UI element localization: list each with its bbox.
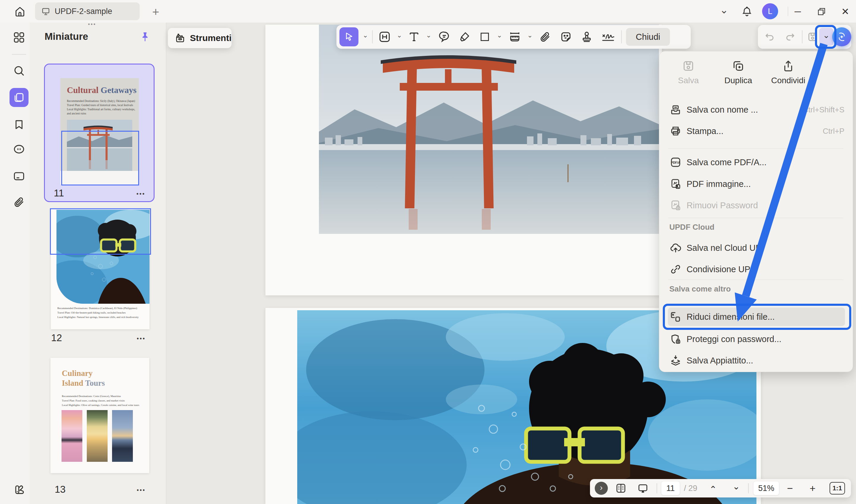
- cloud-share-label: Condivisione UP: [686, 265, 750, 274]
- cursor-icon: [344, 32, 354, 42]
- restore-button[interactable]: [813, 4, 830, 19]
- tools-button[interactable]: Strumenti: [168, 28, 232, 48]
- page-13-more-button[interactable]: •••: [137, 487, 146, 493]
- menu-item-protect[interactable]: Proteggi con password...: [659, 328, 853, 350]
- stamp-tool-icon[interactable]: [578, 30, 595, 43]
- pin-panel-button[interactable]: [137, 29, 153, 44]
- menu-item-pdfa[interactable]: PDF/A Salva come PDF/A...: [659, 151, 853, 173]
- note-icon: [13, 169, 25, 182]
- pdfa-label: Salva come PDF/A...: [686, 158, 767, 167]
- zoom-level-button[interactable]: 51%: [753, 482, 779, 495]
- bookmarks-button[interactable]: [12, 117, 26, 131]
- grid-view-button[interactable]: [12, 30, 26, 44]
- thumbnail-page-12[interactable]: Recommended Destinations: Dominica (Cari…: [48, 206, 151, 345]
- signature-tool-icon[interactable]: [599, 30, 617, 43]
- duplicate-icon: [717, 59, 759, 73]
- close-button[interactable]: ✕: [837, 4, 854, 19]
- tools-label: Strumenti: [190, 33, 232, 43]
- thumbnail-page-13[interactable]: Culinary Island Tours Recommended Destin…: [51, 358, 149, 498]
- menu-quick-share[interactable]: Condividi: [767, 59, 809, 85]
- page-11-line3: Local Highlights: Traditional art forms,…: [67, 107, 135, 111]
- presentation-button[interactable]: [636, 482, 649, 494]
- sticker-tool-icon[interactable]: [558, 30, 574, 43]
- page-13-line3: Local Highlights: Olive oil tastings, Cr…: [62, 403, 139, 408]
- print-shortcut: Ctrl+P: [823, 127, 844, 136]
- heading-tool-chevron[interactable]: ⌄: [396, 32, 402, 39]
- menu-item-flatten[interactable]: Salva Appiattito...: [659, 350, 853, 371]
- panel-drag-handle[interactable]: •••: [88, 21, 96, 28]
- menu-item-cloud-share[interactable]: Condivisione UP: [659, 258, 853, 280]
- text-tool-icon[interactable]: [406, 30, 422, 43]
- highlighter-tool-icon[interactable]: [456, 30, 473, 43]
- document-tab[interactable]: UPDF-2-sample: [35, 2, 140, 20]
- page-layout-button[interactable]: [614, 482, 627, 494]
- page-13-title-culinary: Culinary: [62, 369, 93, 378]
- grid-icon: [13, 31, 25, 44]
- minimize-button[interactable]: ─: [789, 4, 806, 19]
- annotations-button[interactable]: [12, 142, 26, 156]
- quick-save-label: Salva: [667, 76, 709, 85]
- menu-quick-duplicate[interactable]: Duplica: [717, 59, 759, 85]
- select-tool-chevron[interactable]: ⌄: [363, 32, 368, 39]
- page-13-line1: Recommended Destinations: Crete (Greece)…: [62, 394, 139, 398]
- appearance-button[interactable]: [12, 482, 26, 496]
- menu-divider-1: [668, 148, 843, 149]
- thumbnail-page-11[interactable]: Cultural Getaways Recommended Destinatio…: [44, 64, 155, 202]
- page-12-line1: Recommended Destinations: Dominica (Cari…: [57, 306, 139, 310]
- menu-item-pdf-image[interactable]: PDF immagine...: [659, 173, 853, 195]
- status-divider-1: [657, 483, 657, 493]
- menu-cloud-header: UPDF Cloud: [669, 222, 715, 232]
- chevron-down-icon: ⌄: [720, 4, 729, 16]
- zoom-level-value: 51%: [758, 484, 774, 493]
- menu-item-cloud-save[interactable]: Salva nel Cloud UP: [659, 237, 853, 258]
- page-12-selection-rect[interactable]: [50, 208, 151, 255]
- page-12-more-button[interactable]: •••: [137, 335, 146, 342]
- file-actions-divider: [802, 30, 802, 43]
- new-tab-button[interactable]: +: [148, 4, 163, 20]
- zoom-in-button[interactable]: +: [806, 482, 819, 495]
- document-info-button[interactable]: [12, 169, 26, 183]
- document-page-11: [265, 25, 662, 295]
- cloud-upload-icon: [669, 241, 682, 254]
- collapse-bar-button[interactable]: ›: [595, 482, 608, 495]
- home-button[interactable]: [11, 3, 29, 20]
- svg-text:PDF/A: PDF/A: [671, 161, 680, 164]
- search-button[interactable]: [12, 64, 26, 78]
- annotation-box-reduce-size: [663, 304, 851, 330]
- status-bar: › 11 / 29 ⌃ ⌄ 51% − + 1:1: [590, 479, 851, 498]
- shape-tool-icon[interactable]: [477, 31, 493, 43]
- page-11-more-button[interactable]: •••: [137, 191, 145, 197]
- attach-tool-icon[interactable]: [537, 30, 553, 43]
- redo-button[interactable]: [783, 30, 797, 43]
- notifications-button[interactable]: [739, 4, 755, 20]
- comment-icon: [13, 143, 25, 156]
- actual-size-button[interactable]: 1:1: [830, 482, 845, 494]
- select-tool-button[interactable]: [339, 27, 358, 46]
- close-editor-button[interactable]: Chiudi: [626, 28, 670, 46]
- avatar[interactable]: L: [762, 3, 778, 19]
- heading-tool-icon[interactable]: [377, 30, 392, 43]
- flatten-icon: [669, 354, 682, 367]
- tabs-dropdown-button[interactable]: ⌄: [716, 5, 732, 18]
- shape-tool-chevron[interactable]: ⌄: [497, 32, 502, 39]
- measure-tool-chevron[interactable]: ⌄: [527, 32, 533, 39]
- thumbnails-panel-button[interactable]: [10, 88, 29, 107]
- text-tool-chevron[interactable]: ⌄: [426, 32, 431, 39]
- comment-tool-icon[interactable]: [435, 30, 452, 43]
- page-11-selection-rect[interactable]: [61, 131, 139, 185]
- display-icon: [41, 6, 51, 16]
- zoom-out-button[interactable]: −: [783, 482, 797, 495]
- minimize-icon: ─: [795, 6, 801, 17]
- menu-item-print[interactable]: Stampa... Ctrl+P: [659, 120, 853, 142]
- menu-item-save-as[interactable]: Salva con nome ... Ctrl+Shift+S: [659, 99, 853, 120]
- previous-page-button[interactable]: ⌃: [706, 482, 720, 495]
- undo-button[interactable]: [763, 30, 777, 43]
- measure-tool-icon[interactable]: [506, 30, 523, 43]
- page-13-photo-palm: [112, 410, 133, 462]
- titlebar-divider: [788, 6, 788, 16]
- page-number-input[interactable]: 11: [661, 482, 680, 495]
- next-page-button[interactable]: ⌄: [729, 482, 743, 495]
- attachments-button[interactable]: [12, 195, 26, 209]
- color-swatches-icon: [13, 483, 25, 496]
- flatten-label: Salva Appiattito...: [686, 356, 753, 365]
